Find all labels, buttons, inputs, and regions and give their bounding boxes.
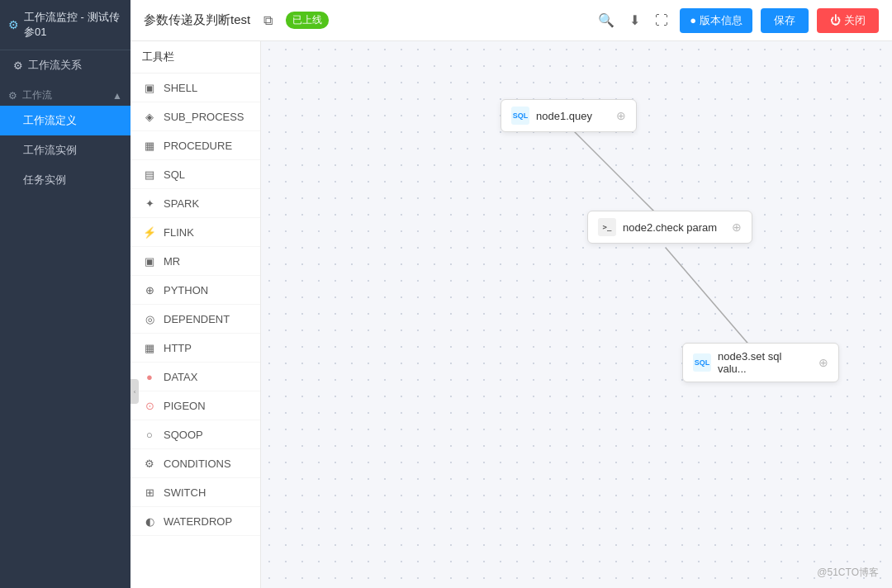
procedure-icon: ▦ (142, 138, 157, 153)
datax-icon: ● (142, 369, 157, 384)
tool-shell[interactable]: ▣ SHELL (130, 74, 260, 102)
tool-python[interactable]: ⊕ PYTHON (130, 276, 260, 305)
python-label: PYTHON (164, 284, 208, 296)
sidebar-item-task-instance[interactable]: 任务实例 (0, 165, 130, 195)
pigeon-icon: ⊙ (142, 398, 157, 413)
page-title: 参数传递及判断test (144, 12, 250, 28)
tool-datax[interactable]: ● DATAX (130, 363, 260, 391)
sidebar-workflow-label: 工作流 (22, 88, 52, 102)
svg-line-0 (567, 124, 666, 223)
sql-icon: ▤ (142, 167, 157, 182)
conditions-icon: ⚙ (142, 456, 157, 471)
flink-label: FLINK (164, 226, 194, 239)
download-button[interactable]: ⬇ (626, 9, 643, 31)
workspace: 工具栏 ▣ SHELL ◈ SUB_PROCESS ▦ PROCEDURE ▤ … (130, 41, 892, 588)
node1[interactable]: SQL node1.quey ⊕ (501, 99, 637, 132)
watermark: @51CTO博客 (817, 566, 879, 580)
tool-dependent[interactable]: ◎ DEPENDENT (130, 305, 260, 334)
tool-conditions[interactable]: ⚙ CONDITIONS (130, 449, 260, 478)
toolbox: 工具栏 ▣ SHELL ◈ SUB_PROCESS ▦ PROCEDURE ▤ … (130, 41, 261, 588)
tool-http[interactable]: ▦ HTTP (130, 334, 260, 363)
status-badge: 已上线 (286, 12, 329, 29)
http-icon: ▦ (142, 340, 157, 355)
version-button[interactable]: ● 版本信息 (680, 8, 752, 33)
sidebar-monitor-label: 工作流监控 - 测试传参01 (24, 10, 122, 40)
search-button[interactable]: 🔍 (595, 9, 618, 31)
pigeon-label: PIGEON (164, 400, 206, 412)
sql-label: SQL (164, 168, 185, 181)
procedure-label: PROCEDURE (164, 140, 232, 152)
close-button[interactable]: ⏻ 关闭 (817, 8, 879, 33)
node2[interactable]: >_ node2.check param ⊕ (587, 211, 752, 244)
sidebar-relation-label: 工作流关系 (28, 58, 82, 73)
tool-waterdrop[interactable]: ◐ WATERDROP (130, 507, 260, 536)
node2-label: node2.check param (623, 221, 725, 234)
node2-icon: >_ (598, 218, 616, 236)
node1-settings-icon[interactable]: ⊕ (616, 109, 626, 122)
sub-process-label: SUB_PROCESS (164, 111, 244, 123)
tool-procedure[interactable]: ▦ PROCEDURE (130, 131, 260, 160)
sqoop-label: SQOOP (164, 429, 203, 441)
sidebar: ⚙ 工作流监控 - 测试传参01 ⚙ 工作流关系 ⚙ 工作流 ▲ 工作流定义 工… (0, 0, 130, 588)
http-label: HTTP (164, 342, 192, 354)
copy-button[interactable]: ⧉ (260, 10, 276, 31)
sqoop-icon: ○ (142, 427, 157, 442)
datax-label: DATAX (164, 371, 197, 383)
node3[interactable]: SQL node3.set sql valu... ⊕ (682, 343, 839, 382)
conditions-label: CONDITIONS (164, 458, 231, 470)
close-label: 关闭 (844, 13, 866, 28)
sidebar-collapse-handle[interactable]: ‹ (130, 379, 139, 404)
waterdrop-label: WATERDROP (164, 515, 232, 528)
node1-icon: SQL (511, 107, 529, 125)
mr-label: MR (164, 255, 180, 268)
sidebar-section-workflow[interactable]: ⚙ 工作流 ▲ (0, 80, 130, 106)
sub-process-icon: ◈ (142, 109, 157, 124)
fullscreen-button[interactable]: ⛶ (652, 10, 671, 31)
python-icon: ⊕ (142, 282, 157, 297)
mr-icon: ▣ (142, 254, 157, 268)
toolbox-header: 工具栏 (130, 41, 260, 74)
sidebar-monitor-item[interactable]: ⚙ 工作流监控 - 测试传参01 (0, 0, 130, 50)
topbar-actions: 🔍 ⬇ ⛶ ● 版本信息 保存 ⏻ 关闭 (595, 8, 879, 33)
sidebar-task-label: 任务实例 (23, 173, 66, 187)
node3-settings-icon[interactable]: ⊕ (818, 356, 828, 369)
switch-icon: ⊞ (142, 485, 157, 500)
spark-icon: ✦ (142, 196, 157, 211)
topbar: 参数传递及判断test ⧉ 已上线 🔍 ⬇ ⛶ ● 版本信息 保存 ⏻ 关闭 (130, 0, 892, 41)
flink-icon: ⚡ (142, 225, 157, 239)
sidebar-item-workflow-definition[interactable]: 工作流定义 (0, 106, 130, 135)
chevron-icon: ▲ (112, 90, 122, 102)
node3-icon: SQL (693, 353, 711, 372)
sidebar-instance-label: 工作流实例 (23, 143, 77, 158)
node1-label: node1.quey (536, 110, 610, 122)
spark-label: SPARK (164, 197, 199, 210)
tool-sqoop[interactable]: ○ SQOOP (130, 420, 260, 449)
main-content: 参数传递及判断test ⧉ 已上线 🔍 ⬇ ⛶ ● 版本信息 保存 ⏻ 关闭 工… (130, 0, 892, 588)
tool-mr[interactable]: ▣ MR (130, 247, 260, 276)
tool-flink[interactable]: ⚡ FLINK (130, 218, 260, 247)
shell-label: SHELL (164, 82, 197, 94)
sidebar-item-workflow-relation[interactable]: ⚙ 工作流关系 (0, 50, 130, 80)
workflow-section-icon: ⚙ (8, 90, 17, 102)
svg-line-1 (666, 248, 757, 353)
canvas[interactable]: SQL node1.quey ⊕ >_ node2.check param ⊕ … (261, 41, 892, 588)
tool-switch[interactable]: ⊞ SWITCH (130, 478, 260, 507)
node3-label: node3.set sql valu... (718, 350, 812, 375)
waterdrop-icon: ◐ (142, 514, 157, 529)
tool-sub-process[interactable]: ◈ SUB_PROCESS (130, 102, 260, 131)
switch-label: SWITCH (164, 486, 206, 499)
monitor-icon: ⚙ (8, 18, 19, 31)
relation-icon: ⚙ (13, 59, 23, 72)
sidebar-item-workflow-instance[interactable]: 工作流实例 (0, 135, 130, 165)
tool-spark[interactable]: ✦ SPARK (130, 189, 260, 218)
save-button[interactable]: 保存 (761, 8, 809, 33)
version-icon: ● (690, 14, 696, 26)
shell-icon: ▣ (142, 80, 157, 95)
dependent-icon: ◎ (142, 311, 157, 326)
tool-pigeon[interactable]: ⊙ PIGEON (130, 391, 260, 420)
dependent-label: DEPENDENT (164, 313, 230, 325)
version-label: 版本信息 (700, 13, 743, 28)
sidebar-definition-label: 工作流定义 (23, 113, 77, 128)
tool-sql[interactable]: ▤ SQL (130, 160, 260, 189)
node2-settings-icon[interactable]: ⊕ (732, 220, 742, 234)
